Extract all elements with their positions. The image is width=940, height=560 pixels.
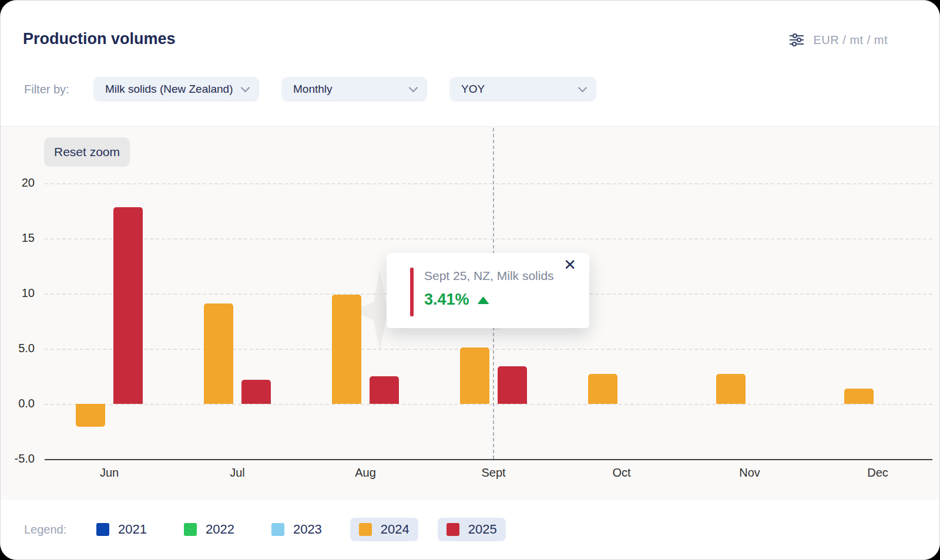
legend-year-label: 2021 <box>118 522 147 537</box>
production-volumes-card: Production volumes EUR / mt / mt Filter … <box>0 0 940 560</box>
x-axis-line <box>45 459 932 460</box>
bar-2025-Jun[interactable] <box>113 207 143 404</box>
filter-dropdowns: Milk solids (New Zealand)MonthlyYOY <box>93 77 596 102</box>
legend-item-2022[interactable]: 2022 <box>175 518 243 541</box>
legend-swatch-2024 <box>359 523 372 536</box>
legend-swatch-2023 <box>271 523 284 536</box>
tooltip-accent-bar <box>410 268 414 316</box>
unit-label: EUR / mt / mt <box>814 33 888 47</box>
filter-dropdown-2[interactable]: YOY <box>449 77 596 102</box>
x-tick-label: Jul <box>211 466 264 480</box>
tooltip-value-row: 3.41% <box>424 291 489 309</box>
legend-items: 20212022202320242025 <box>88 518 525 541</box>
bar-2024-Aug[interactable] <box>332 295 361 404</box>
legend-bar: Legend: 20212022202320242025 <box>1 500 939 559</box>
y-tick-label: 20 <box>1 176 35 190</box>
legend-label: Legend: <box>24 523 68 537</box>
tooltip-value: 3.41% <box>424 291 469 309</box>
tooltip-close-icon[interactable]: ✕ <box>560 257 580 273</box>
chevron-down-icon <box>409 83 418 93</box>
sliders-icon <box>789 33 804 47</box>
tooltip-title: Sept 25, NZ, Milk solids <box>424 269 554 283</box>
x-tick-label: Nov <box>723 466 776 480</box>
gridline <box>45 183 932 184</box>
y-tick-label: 15 <box>1 231 35 245</box>
bar-2024-Jun[interactable] <box>76 404 105 427</box>
legend-year-label: 2024 <box>381 522 409 537</box>
filter-by-label: Filter by: <box>24 83 93 96</box>
header: Production volumes EUR / mt / mt Filter … <box>1 1 939 126</box>
legend-item-2021[interactable]: 2021 <box>88 518 156 541</box>
bar-2024-Nov[interactable] <box>716 374 746 404</box>
filter-dropdown-value: Milk solids (New Zealand) <box>105 83 233 96</box>
legend-item-2025[interactable]: 2025 <box>438 518 506 541</box>
legend-swatch-2025 <box>446 523 459 536</box>
y-tick-label: 0.0 <box>1 397 35 410</box>
y-tick-label: 5.0 <box>1 342 35 355</box>
bar-2024-Sept[interactable] <box>460 348 489 404</box>
bar-2024-Dec[interactable] <box>844 389 874 404</box>
x-tick-label: Aug <box>339 466 392 480</box>
legend-item-2023[interactable]: 2023 <box>263 518 331 541</box>
page-title: Production volumes <box>23 30 176 48</box>
reset-zoom-button[interactable]: Reset zoom <box>44 137 130 167</box>
chart-section: Vesper 2015105.00.0-5.0JunJulAugSeptOctN… <box>1 126 939 501</box>
chart-tooltip: Sept 25, NZ, Milk solids 3.41% ✕ <box>387 253 589 328</box>
legend-item-2024[interactable]: 2024 <box>350 518 418 541</box>
legend-year-label: 2025 <box>468 522 497 537</box>
trend-up-icon <box>478 296 489 304</box>
bar-2025-Sept[interactable] <box>498 366 527 404</box>
gridline <box>45 404 932 405</box>
filter-dropdown-value: YOY <box>461 83 485 96</box>
legend-swatch-2021 <box>96 523 109 536</box>
legend-year-label: 2022 <box>206 522 234 537</box>
filter-dropdown-0[interactable]: Milk solids (New Zealand) <box>93 77 259 102</box>
bar-2024-Oct[interactable] <box>588 374 617 404</box>
y-tick-label: -5.0 <box>1 452 35 465</box>
unit-selector[interactable]: EUR / mt / mt <box>789 33 888 47</box>
bar-2025-Aug[interactable] <box>370 376 399 404</box>
x-tick-label: Dec <box>851 466 904 480</box>
chevron-down-icon <box>241 83 250 93</box>
bar-2025-Jul[interactable] <box>241 380 271 404</box>
x-tick-label: Jun <box>83 466 136 480</box>
y-tick-label: 10 <box>1 286 35 300</box>
legend-swatch-2022 <box>184 523 197 536</box>
x-tick-label: Sept <box>467 466 520 480</box>
chevron-down-icon <box>578 83 588 93</box>
bar-2024-Jul[interactable] <box>204 303 233 404</box>
filter-row: Filter by: Milk solids (New Zealand)Mont… <box>24 77 596 102</box>
gridline <box>45 238 932 239</box>
x-tick-label: Oct <box>595 466 648 480</box>
filter-dropdown-value: Monthly <box>293 83 333 96</box>
filter-dropdown-1[interactable]: Monthly <box>281 77 427 102</box>
legend-year-label: 2023 <box>293 522 322 537</box>
